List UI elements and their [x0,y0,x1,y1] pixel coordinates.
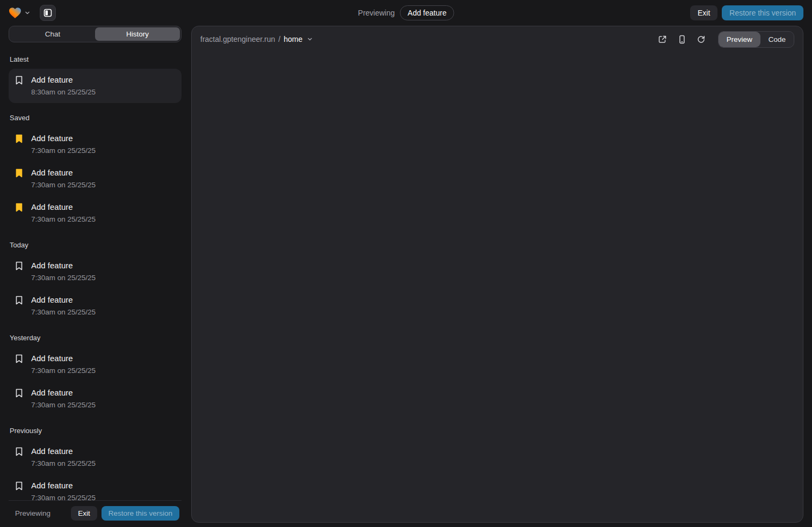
history-item[interactable]: Add feature 7:30am on 25/25/25 [9,196,182,230]
bookmark-icon[interactable] [15,296,27,305]
preview-panel: fractal.gptengineer.run / home [191,26,803,523]
tab-code[interactable]: Code [760,32,794,47]
history-item-title: Add feature [31,294,175,306]
history-item-time: 7:30am on 25/25/25 [31,458,175,469]
sidebar-footer: Previewing Exit Restore this version [9,500,182,527]
history-item-title: Add feature [31,74,175,86]
preview-header: fractal.gptengineer.run / home [192,26,803,52]
chevron-down-icon[interactable] [25,10,30,16]
exit-button[interactable]: Exit [690,5,717,20]
url-page: home [284,35,302,43]
history-item[interactable]: Add feature 8:30am on 25/25/25 [9,69,182,103]
preview-viewport[interactable] [192,52,803,522]
lovable-logo-icon[interactable] [9,6,21,19]
section-label-yesterday: Yesterday [10,334,180,342]
chevron-down-icon[interactable] [307,36,313,42]
history-item-time: 7:30am on 25/25/25 [31,365,175,376]
tab-preview[interactable]: Preview [719,32,760,47]
brand [9,5,56,21]
bookmark-saved-icon[interactable] [15,134,27,143]
bookmark-icon[interactable] [15,354,27,363]
version-history-list: Latest Add feature 8:30am on 25/25/25 Sa… [9,42,182,500]
history-item-time: 7:30am on 25/25/25 [31,180,175,191]
section-label-previously: Previously [10,427,180,435]
panel-left-icon [44,9,52,17]
history-item-title: Add feature [31,353,175,364]
history-sidebar: Chat History Latest Add feature 8:30am o… [9,26,182,527]
history-item-time: 7:30am on 25/25/25 [31,145,175,156]
bookmark-saved-icon[interactable] [15,203,27,212]
section-label-today: Today [10,241,180,249]
history-item-title: Add feature [31,480,175,492]
history-item-time: 7:30am on 25/25/25 [31,307,175,318]
sidebar-tabs: Chat History [9,26,182,42]
bookmark-icon[interactable] [15,76,27,85]
history-item-time: 7:30am on 25/25/25 [31,493,175,500]
history-item-title: Add feature [31,133,175,144]
preview-url: fractal.gptengineer.run / home [200,35,313,43]
sidebar-toggle-button[interactable] [40,5,56,21]
section-label-saved: Saved [10,114,180,122]
history-item-title: Add feature [31,387,175,399]
footer-previewing-label: Previewing [15,509,50,517]
refresh-icon [697,35,706,44]
tab-history[interactable]: History [95,27,180,41]
footer-exit-button[interactable]: Exit [71,506,97,521]
section-label-latest: Latest [10,55,180,63]
url-separator: / [278,35,280,43]
mobile-view-button[interactable] [676,33,688,45]
view-mode-tabs: Preview Code [718,31,794,48]
previewing-label: Previewing [358,9,395,17]
top-bar: Previewing Add feature Exit Restore this… [0,0,812,26]
history-item[interactable]: Add feature 7:30am on 25/25/25 [9,289,182,323]
history-item[interactable]: Add feature 7:30am on 25/25/25 [9,254,182,289]
history-item[interactable]: Add feature 7:30am on 25/25/25 [9,474,182,500]
history-item[interactable]: Add feature 7:30am on 25/25/25 [9,382,182,416]
smartphone-icon [678,35,686,44]
restore-version-button[interactable]: Restore this version [722,5,803,20]
footer-restore-version-button[interactable]: Restore this version [102,506,179,521]
bookmark-saved-icon[interactable] [15,169,27,178]
preview-actions: Preview Code [657,31,794,48]
history-item[interactable]: Add feature 7:30am on 25/25/25 [9,127,182,162]
history-item-time: 7:30am on 25/25/25 [31,400,175,411]
topbar-actions: Exit Restore this version [690,5,803,20]
history-item-title: Add feature [31,167,175,179]
bookmark-icon[interactable] [15,261,27,270]
open-external-button[interactable] [657,33,669,45]
history-item-title: Add feature [31,260,175,272]
history-item-time: 7:30am on 25/25/25 [31,273,175,283]
history-item[interactable]: Add feature 7:30am on 25/25/25 [9,162,182,196]
external-link-icon [658,35,667,44]
history-item-title: Add feature [31,201,175,213]
history-item[interactable]: Add feature 7:30am on 25/25/25 [9,347,182,382]
version-badge[interactable]: Add feature [400,5,454,20]
history-item-time: 8:30am on 25/25/25 [31,87,175,98]
history-item[interactable]: Add feature 7:30am on 25/25/25 [9,440,182,474]
bookmark-icon[interactable] [15,481,27,491]
history-item-time: 7:30am on 25/25/25 [31,214,175,225]
previewing-status: Previewing Add feature [358,0,454,26]
bookmark-icon[interactable] [15,389,27,398]
bookmark-icon[interactable] [15,447,27,456]
tab-chat[interactable]: Chat [10,27,95,41]
refresh-button[interactable] [695,33,707,45]
url-host: fractal.gptengineer.run [200,35,275,43]
history-item-title: Add feature [31,445,175,457]
